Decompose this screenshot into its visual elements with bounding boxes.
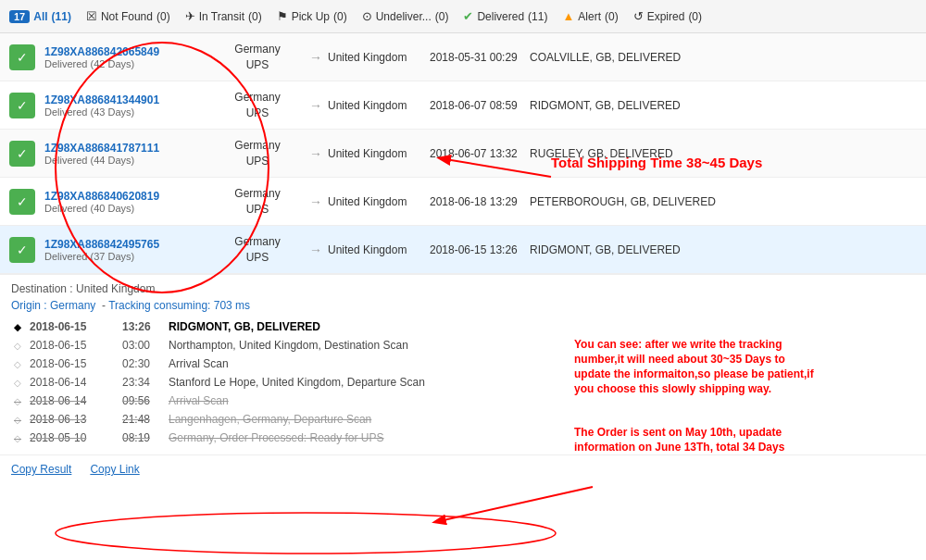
status-check-5: ✓	[9, 237, 35, 263]
event-info-5: 2018-06-15 13:26 RIDGMONT, GB, DELIVERED	[430, 243, 917, 256]
destination-5: United Kingdom	[328, 243, 430, 256]
status-check-4: ✓	[9, 189, 35, 215]
event-desc: Germany, Order Processed: Ready for UPS	[169, 431, 915, 444]
destination-1: United Kingdom	[328, 51, 430, 64]
svg-line-2	[435, 487, 593, 522]
nav-in-transit[interactable]: ✈ In Transit(0)	[185, 9, 262, 23]
event-date: 2018-06-15	[30, 357, 122, 370]
carrier-5: Germany UPS	[211, 234, 304, 266]
alert-icon: ▲	[562, 9, 574, 23]
event-desc: Stanford Le Hope, United Kingdom, Depart…	[169, 376, 915, 389]
table-row: ✓ 1Z98XA886841344901 Delivered (43 Days)…	[0, 81, 926, 130]
arrow-4: →	[309, 194, 322, 209]
list-item: ◇ 2018-06-14 23:34 Stanford Le Hope, Uni…	[11, 373, 915, 392]
copy-result-button[interactable]: Copy Result	[11, 463, 71, 476]
nav-expired-label: Expired	[647, 10, 685, 23]
tracking-info-1: 1Z98XA886842665849 Delivered (42 Days)	[44, 45, 211, 69]
event-desc: Langenhagen, Germany, Departure Scan	[169, 413, 915, 426]
plane-icon: ✈	[185, 9, 195, 23]
tracking-info-3: 1Z98XA886841787111 Delivered (44 Days)	[44, 142, 211, 166]
nav-all[interactable]: 17 All(11)	[9, 10, 71, 23]
carrier-4: Germany UPS	[211, 186, 304, 218]
diamond-icon: ◇	[11, 359, 24, 369]
tracking-status-4: Delivered (40 Days)	[44, 203, 211, 214]
nav-pick-up[interactable]: ⚑ Pick Up(0)	[277, 9, 347, 23]
list-item: ◇ 2018-06-15 02:30 Arrival Scan	[11, 355, 915, 373]
nav-expired[interactable]: ↺ Expired(0)	[633, 9, 702, 23]
nav-not-found[interactable]: ☒ Not Found(0)	[86, 9, 170, 23]
event-info-3: 2018-06-07 13:32 RUGELEY, GB, DELIVERED	[430, 147, 917, 160]
tracking-number-3[interactable]: 1Z98XA886841787111	[44, 142, 211, 155]
detail-destination: Destination : United Kingdom	[11, 282, 915, 295]
event-desc: Arrival Scan	[169, 357, 915, 370]
check-icon: ✔	[463, 9, 473, 23]
destination-3: United Kingdom	[328, 147, 430, 160]
nav-delivered-label: Delivered	[477, 10, 524, 23]
copy-link-button[interactable]: Copy Link	[90, 463, 139, 476]
destination-4: United Kingdom	[328, 195, 430, 208]
event-time: 02:30	[122, 357, 169, 370]
list-item: ◆ 2018-06-15 13:26 RIDGMONT, GB, DELIVER…	[11, 317, 915, 336]
tracking-status-3: Delivered (44 Days)	[44, 155, 211, 166]
status-check-3: ✓	[9, 141, 35, 167]
nav-not-found-label: Not Found	[101, 10, 153, 23]
nav-in-transit-label: In Transit	[199, 10, 244, 23]
status-check-2: ✓	[9, 93, 35, 118]
status-check-1: ✓	[9, 44, 35, 70]
top-navigation: 17 All(11) ☒ Not Found(0) ✈ In Transit(0…	[0, 0, 926, 33]
diamond-icon: ◇	[11, 415, 24, 425]
nav-all-label: All	[33, 10, 47, 23]
event-date: 2018-06-15	[30, 339, 122, 352]
event-date: 2018-06-14	[30, 376, 122, 389]
event-time: 09:56	[122, 394, 169, 407]
nav-undelivered[interactable]: ⊙ Undeliver...(0)	[362, 9, 449, 23]
tracking-status-5: Delivered (37 Days)	[44, 251, 211, 262]
event-time: 23:34	[122, 376, 169, 389]
all-icon: 17	[9, 10, 30, 23]
table-row: ✓ 1Z98XA886840620819 Delivered (40 Days)…	[0, 178, 926, 226]
destination-2: United Kingdom	[328, 99, 430, 112]
svg-point-3	[56, 513, 556, 554]
tracking-number-4[interactable]: 1Z98XA886840620819	[44, 190, 211, 203]
diamond-icon: ◇	[11, 341, 24, 351]
list-item: ◇ 2018-05-10 08:19 Germany, Order Proces…	[11, 429, 915, 447]
list-item: ◇ 2018-06-14 09:56 Arrival Scan	[11, 392, 915, 410]
not-found-icon: ☒	[86, 9, 97, 23]
event-time: 21:48	[122, 413, 169, 426]
diamond-icon: ◇	[11, 396, 24, 406]
tracking-list: ✓ 1Z98XA886842665849 Delivered (42 Days)…	[0, 33, 926, 275]
detail-events: ◆ 2018-06-15 13:26 RIDGMONT, GB, DELIVER…	[11, 317, 915, 447]
arrow-3: →	[309, 146, 322, 161]
event-info-1: 2018-05-31 00:29 COALVILLE, GB, DELIVERE…	[430, 51, 917, 64]
nav-alert[interactable]: ▲ Alert(0)	[562, 9, 618, 23]
tracking-number-5[interactable]: 1Z98XA886842495765	[44, 238, 211, 251]
copy-buttons: Copy Result Copy Link	[0, 454, 926, 483]
tracking-number-2[interactable]: 1Z98XA886841344901	[44, 93, 211, 106]
nav-delivered[interactable]: ✔ Delivered(11)	[463, 9, 547, 23]
table-row: ✓ 1Z98XA886842665849 Delivered (42 Days)…	[0, 33, 926, 81]
undelivered-icon: ⊙	[362, 9, 372, 23]
tracking-number-1[interactable]: 1Z98XA886842665849	[44, 45, 211, 58]
event-date: 2018-05-10	[30, 431, 122, 444]
tracking-info-5: 1Z98XA886842495765 Delivered (37 Days)	[44, 238, 211, 262]
expired-icon: ↺	[633, 9, 644, 23]
event-date: 2018-06-15	[30, 320, 122, 333]
arrow-1: →	[309, 50, 322, 65]
event-time: 03:00	[122, 339, 169, 352]
detail-origin: Origin : Germany - Tracking consuming: 7…	[11, 299, 915, 312]
event-info-4: 2018-06-18 13:29 PETERBOROUGH, GB, DELIV…	[430, 195, 917, 208]
list-item: ◇ 2018-06-13 21:48 Langenhagen, Germany,…	[11, 410, 915, 429]
table-row: ✓ 1Z98XA886842495765 Delivered (37 Days)…	[0, 226, 926, 274]
arrow-5: →	[309, 243, 322, 257]
diamond-icon: ◇	[11, 433, 24, 443]
flag-icon: ⚑	[277, 9, 288, 23]
tracking-status-2: Delivered (43 Days)	[44, 106, 211, 118]
tracking-info-2: 1Z98XA886841344901 Delivered (43 Days)	[44, 93, 211, 118]
diamond-icon: ◇	[11, 378, 24, 388]
event-desc: Arrival Scan	[169, 394, 915, 407]
event-desc: Northampton, United Kingdom, Destination…	[169, 339, 915, 352]
table-row: ✓ 1Z98XA886841787111 Delivered (44 Days)…	[0, 130, 926, 178]
carrier-3: Germany UPS	[211, 138, 304, 169]
list-item: ◇ 2018-06-15 03:00 Northampton, United K…	[11, 336, 915, 355]
diamond-icon: ◆	[11, 322, 24, 332]
